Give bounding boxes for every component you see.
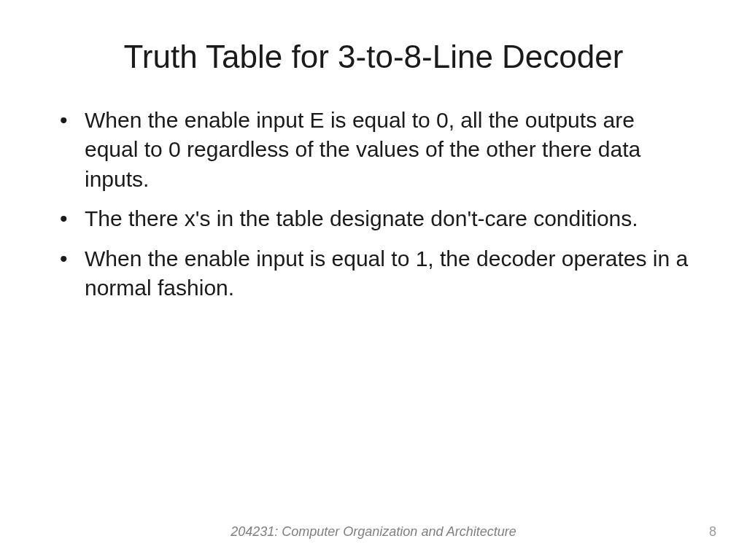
slide-footer: 204231: Computer Organization and Archit… xyxy=(0,524,747,540)
slide-title: Truth Table for 3-to-8-Line Decoder xyxy=(58,38,689,77)
bullet-list: When the enable input E is equal to 0, a… xyxy=(58,106,689,303)
bullet-item: The there x's in the table designate don… xyxy=(85,204,689,234)
slide-container: Truth Table for 3-to-8-Line Decoder When… xyxy=(0,0,747,560)
slide-content: When the enable input E is equal to 0, a… xyxy=(58,106,689,531)
page-number: 8 xyxy=(709,524,716,540)
bullet-item: When the enable input E is equal to 0, a… xyxy=(85,106,689,195)
footer-text: 204231: Computer Organization and Archit… xyxy=(231,524,516,540)
bullet-item: When the enable input is equal to 1, the… xyxy=(85,244,689,303)
